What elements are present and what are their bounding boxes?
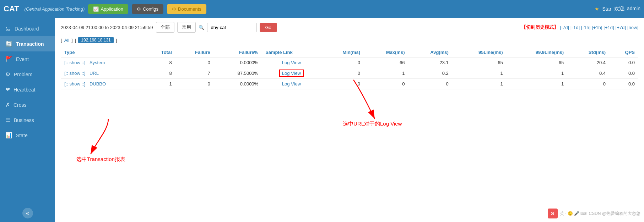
logo: CAT — [4, 4, 19, 13]
sidebar-collapse-button[interactable]: « — [22, 208, 33, 218]
cell-min: 0 — [321, 79, 364, 89]
configs-nav-button[interactable]: ⚙ Configs — [132, 4, 163, 14]
cell-failure: 7 — [175, 68, 214, 79]
log-view-cell: Log View — [262, 68, 321, 79]
time-range: 2023-04-09 21:00:00 to 2023-04-09 21:59:… — [61, 25, 153, 30]
sidebar-item-transaction[interactable]: 🔄 Transaction — [0, 36, 55, 51]
col-95line: 95Line(ms) — [452, 48, 507, 57]
show-link[interactable]: [:: show ::] — [64, 71, 85, 76]
log-view-link[interactable]: Log View — [282, 60, 301, 65]
watermark-text: CSDN @热爱编程的大忽悠 — [589, 211, 640, 217]
time-link-7d-minus[interactable]: [-7d] — [560, 25, 569, 30]
cell-show-type: [:: show ::] DUBBO — [61, 79, 145, 89]
search-input[interactable] — [207, 23, 257, 32]
cell-95line: 1 — [452, 79, 507, 89]
type-name[interactable]: DUBBO — [90, 81, 106, 87]
toolbar: 2023-04-09 21:00:00 to 2023-04-09 21:59:… — [61, 22, 638, 33]
col-max: Max(ms) — [364, 48, 408, 57]
col-999line: 99.9Line(ms) — [507, 48, 568, 57]
top-navigation: CAT (Central Application Tracking) 📈 App… — [0, 0, 644, 18]
col-failure: Failure — [175, 48, 214, 57]
cell-95line: 65 — [452, 57, 507, 68]
go-button[interactable]: Go — [260, 23, 277, 32]
common-button[interactable]: 常用 — [177, 22, 196, 33]
data-table: Type Total Failure Failure% Sample Link … — [61, 48, 638, 89]
col-sample-link: Sample Link — [262, 48, 321, 57]
cell-failure-pct: 0.0000% — [214, 57, 262, 68]
cell-999line: 65 — [507, 57, 568, 68]
watermark: S 英 · 🙂 🎤 ⌨ CSDN @热爱编程的大忽悠 — [548, 209, 640, 218]
col-avg: Avg(ms) — [408, 48, 452, 57]
transaction-icon: 🔄 — [5, 40, 12, 47]
filter-ip[interactable]: 192.168.18.131 — [78, 37, 113, 43]
col-qps: QPS — [609, 48, 638, 57]
sidebar-item-dashboard[interactable]: 🗂 Dashboard — [0, 21, 55, 36]
cell-max: 1 — [364, 68, 408, 79]
type-name[interactable]: URL — [90, 71, 99, 76]
cell-999line: 1 — [507, 79, 568, 89]
cell-max: 0 — [364, 79, 408, 89]
cell-total: 1 — [145, 79, 175, 89]
gear-icon: ⚙ — [137, 6, 141, 12]
toolbar-right: 【切到历史模式】 [-7d] [-1d] [-1h] [+1h] [+1d] [… — [521, 24, 638, 30]
annotation-transaction: 选中Transaction报表 — [87, 119, 130, 159]
switch-mode-link[interactable]: 【切到历史模式】 — [521, 24, 558, 30]
cell-qps: 0.0 — [609, 57, 638, 68]
sidebar-item-problem[interactable]: ⚙ Problem — [0, 67, 55, 82]
time-link-7d-plus[interactable]: [+7d] — [616, 25, 626, 30]
cell-999line: 1 — [507, 68, 568, 79]
cell-min: 0 — [321, 57, 364, 68]
business-icon: ☰ — [5, 117, 10, 123]
sidebar-item-event[interactable]: 🚩 Event — [0, 51, 55, 67]
sidebar-item-state[interactable]: 📊 State — [0, 128, 55, 143]
cell-show-type: [:: show ::] URL — [61, 68, 145, 79]
state-icon: 📊 — [5, 132, 12, 139]
main-content: 2023-04-09 21:00:00 to 2023-04-09 21:59:… — [55, 18, 644, 222]
table-row: [:: show ::] URL 8 7 87.5000% Log View 0… — [61, 68, 638, 79]
logo-subtitle: (Central Application Tracking) — [25, 6, 85, 12]
sidebar-item-business[interactable]: ☰ Business — [0, 112, 55, 128]
col-total: Total — [145, 48, 175, 57]
time-link-now[interactable]: [now] — [627, 25, 638, 30]
watermark-logo: S — [548, 209, 558, 218]
show-link[interactable]: [:: show ::] — [64, 81, 85, 87]
documents-nav-button[interactable]: ⚙ Documents — [167, 4, 206, 14]
annotation-transaction-label: 选中Transaction报表 — [76, 156, 125, 163]
table-row: [:: show ::] DUBBO 1 0 0.0000% Log View … — [61, 79, 638, 89]
application-nav-button[interactable]: 📈 Application — [88, 4, 128, 14]
cell-qps: 0.0 — [609, 68, 638, 79]
cell-total: 8 — [145, 68, 175, 79]
cell-std: 0 — [567, 79, 609, 89]
cell-total: 8 — [145, 57, 175, 68]
main-layout: 🗂 Dashboard 🔄 Transaction 🚩 Event ⚙ Prob… — [0, 18, 644, 222]
cell-failure: 0 — [175, 79, 214, 89]
all-button[interactable]: 全部 — [156, 22, 174, 33]
cell-avg: 23.1 — [408, 57, 452, 68]
sidebar-item-heartbeat[interactable]: ❤ Heartbeat — [0, 82, 55, 97]
cell-max: 66 — [364, 57, 408, 68]
doc-icon: ⚙ — [172, 6, 176, 12]
cell-qps: 0.0 — [609, 79, 638, 89]
cell-avg: 0.2 — [408, 68, 452, 79]
filter-all[interactable]: All — [64, 38, 69, 43]
sidebar-item-cross[interactable]: ✗ Cross — [0, 97, 55, 112]
watermark-icons: 英 · 🙂 🎤 ⌨ — [560, 211, 587, 217]
cross-icon: ✗ — [5, 101, 10, 108]
time-link-1h-minus[interactable]: [-1h] — [581, 25, 590, 30]
time-link-1d-minus[interactable]: [-1d] — [570, 25, 580, 30]
time-link-1h-plus[interactable]: [+1h] — [592, 25, 602, 30]
type-name[interactable]: System — [90, 60, 105, 65]
time-link-1d-plus[interactable]: [+1d] — [604, 25, 614, 30]
chart-icon: 📈 — [93, 6, 99, 12]
heartbeat-icon: ❤ — [5, 86, 10, 93]
cell-95line: 1 — [452, 68, 507, 79]
log-view-link-boxed[interactable]: Log View — [279, 70, 304, 77]
show-link[interactable]: [:: show ::] — [64, 60, 85, 65]
arrow-transaction-svg — [87, 119, 130, 158]
log-view-cell: Log View — [262, 57, 321, 68]
filter-row: [ All ] [ 192.168.18.131 ] — [61, 37, 638, 43]
log-view-link[interactable]: Log View — [282, 81, 301, 87]
table-row: [:: show ::] System 8 0 0.0000% Log View… — [61, 57, 638, 68]
cell-std: 20.4 — [567, 57, 609, 68]
col-std: Std(ms) — [567, 48, 609, 57]
